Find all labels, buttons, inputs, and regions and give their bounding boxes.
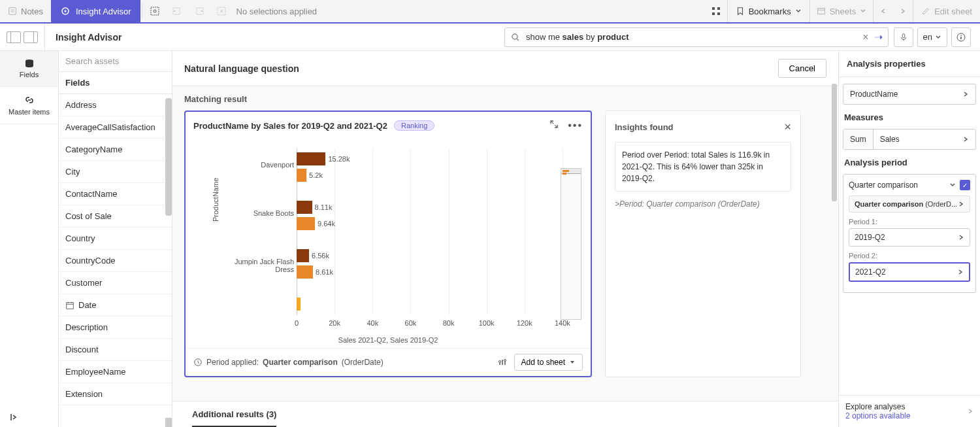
svg-rect-10 — [712, 7, 715, 10]
svg-line-17 — [517, 39, 519, 41]
bar[interactable]: 8.11k — [297, 201, 581, 214]
period1-label: Period 1: — [849, 218, 970, 226]
bookmarks-label: Bookmarks — [749, 7, 791, 16]
right-pane-toggle[interactable] — [24, 31, 38, 43]
chevron-right-icon — [958, 234, 964, 241]
clear-selections-button[interactable] — [210, 0, 233, 22]
dimension-selector[interactable]: ProductName — [843, 84, 976, 105]
chart-minimap[interactable] — [561, 168, 581, 320]
field-item[interactable]: Customer — [59, 272, 172, 294]
period-config: Quarter comparison ✓ Quarter comparison … — [843, 174, 976, 293]
y-axis-label: ProductName — [212, 177, 220, 221]
measure-field: Sales — [880, 135, 900, 144]
bookmarks-button[interactable]: Bookmarks — [727, 0, 810, 22]
microphone-icon — [899, 33, 908, 42]
expand-icon[interactable] — [549, 120, 559, 131]
chevron-down-icon — [935, 34, 941, 41]
language-selector[interactable]: en — [917, 27, 947, 47]
bar[interactable]: 6.56k — [297, 249, 581, 262]
cancel-button[interactable]: Cancel — [778, 59, 826, 78]
search-input[interactable]: show me sales by product × ➝ — [504, 27, 889, 47]
configure-icon[interactable] — [497, 357, 508, 367]
edit-sheet-label: Edit sheet — [934, 7, 972, 16]
help-button[interactable] — [951, 27, 971, 47]
submit-search-icon[interactable]: ➝ — [874, 31, 883, 43]
notes-icon — [8, 7, 17, 16]
collapse-rail-button[interactable] — [9, 413, 18, 422]
period-comparison-selector[interactable]: Quarter comparison (OrderD... — [849, 196, 970, 213]
tick-label: 60k — [405, 319, 417, 327]
field-item[interactable]: EmployeeName — [59, 361, 172, 383]
tick-label: 0 — [295, 319, 299, 327]
pane-toggles — [0, 24, 45, 50]
field-item[interactable]: Country — [59, 228, 172, 250]
left-pane-toggle[interactable] — [7, 31, 21, 43]
bar[interactable]: 5.2k — [297, 169, 581, 182]
period1-selector[interactable]: 2019-Q2 — [849, 228, 970, 247]
field-item[interactable]: Cost of Sale — [59, 205, 172, 228]
rail-master-items[interactable]: Master items — [0, 87, 58, 124]
rail-fields[interactable]: Fields — [0, 51, 58, 87]
more-icon[interactable]: ••• — [568, 120, 583, 131]
sheets-button: Sheets — [810, 0, 874, 22]
add-to-sheet-button[interactable]: Add to sheet — [514, 354, 583, 371]
chevron-right-icon — [958, 201, 964, 207]
field-item[interactable]: Address — [59, 94, 172, 116]
x-axis-label: Sales 2021-Q2, Sales 2019-Q2 — [338, 336, 438, 344]
bar-chart[interactable]: ProductName 020k40k60k80k100k120k140k 15… — [186, 139, 591, 348]
field-item[interactable]: CountryCode — [59, 250, 172, 272]
tick-label: 100k — [479, 319, 495, 327]
qc-label: Quarter comparison — [849, 180, 918, 190]
caret-down-icon — [569, 359, 576, 366]
bar[interactable]: 15.28k — [297, 152, 581, 165]
field-item[interactable]: CategoryName — [59, 139, 172, 161]
period-value: Quarter comparison — [263, 358, 338, 367]
chevron-down-icon — [795, 8, 802, 14]
sheets-icon — [817, 7, 826, 16]
fields-scrollbar[interactable] — [165, 98, 172, 216]
selections-tool-button[interactable] — [705, 0, 727, 22]
field-item[interactable]: Extension — [59, 383, 172, 405]
svg-rect-14 — [817, 9, 825, 14]
period-checkbox[interactable]: ✓ — [960, 180, 970, 190]
close-insights-icon[interactable]: × — [784, 120, 791, 134]
svg-rect-24 — [67, 302, 74, 309]
insight-advisor-tab[interactable]: Insight Advisor — [51, 0, 140, 22]
field-item[interactable]: Date — [59, 294, 172, 316]
tb-sep — [142, 3, 142, 19]
field-item[interactable]: City — [59, 161, 172, 183]
chevron-right-icon — [962, 91, 969, 97]
explore-analyses[interactable]: Explore analyses 2 options available — [839, 395, 980, 427]
measure-selector[interactable]: Sum Sales — [843, 129, 976, 150]
field-item[interactable]: Discount — [59, 339, 172, 361]
bar[interactable]: 9.64k — [297, 217, 581, 230]
step-back-button[interactable] — [166, 0, 188, 22]
svg-rect-18 — [902, 33, 905, 37]
microphone-button[interactable] — [894, 27, 913, 47]
clear-search-icon[interactable]: × — [862, 31, 868, 43]
smart-search-button[interactable] — [144, 0, 166, 22]
additional-results-tab[interactable]: Additional results (3) — [192, 409, 276, 427]
center-scrollbar[interactable] — [832, 84, 837, 201]
fields-scroll-end[interactable] — [165, 418, 172, 427]
field-item[interactable]: Description — [59, 316, 172, 339]
svg-point-6 — [154, 10, 156, 12]
notes-button[interactable]: Notes — [0, 0, 51, 22]
fields-search-input[interactable]: Search assets — [59, 51, 172, 72]
field-item[interactable]: ContactName — [59, 183, 172, 205]
step-forward-button[interactable] — [188, 0, 210, 22]
field-item[interactable]: AverageCallSatisfaction — [59, 116, 172, 139]
next-sheet-button — [893, 0, 913, 22]
matching-result-label: Matching result — [184, 94, 826, 104]
bar[interactable]: 8.61k — [297, 265, 581, 279]
info-icon — [956, 32, 966, 43]
tick-label: 120k — [517, 319, 532, 327]
no-selections-label: No selections applied — [233, 7, 321, 16]
category-label: Snake Boots — [253, 209, 294, 217]
svg-rect-5 — [151, 7, 159, 15]
link-icon — [24, 95, 35, 105]
edit-sheet-button: Edit sheet — [913, 0, 980, 22]
period1-value: 2019-Q2 — [855, 233, 885, 242]
period2-selector[interactable]: 2021-Q2 — [849, 262, 970, 282]
chevron-down-icon[interactable] — [949, 182, 956, 188]
